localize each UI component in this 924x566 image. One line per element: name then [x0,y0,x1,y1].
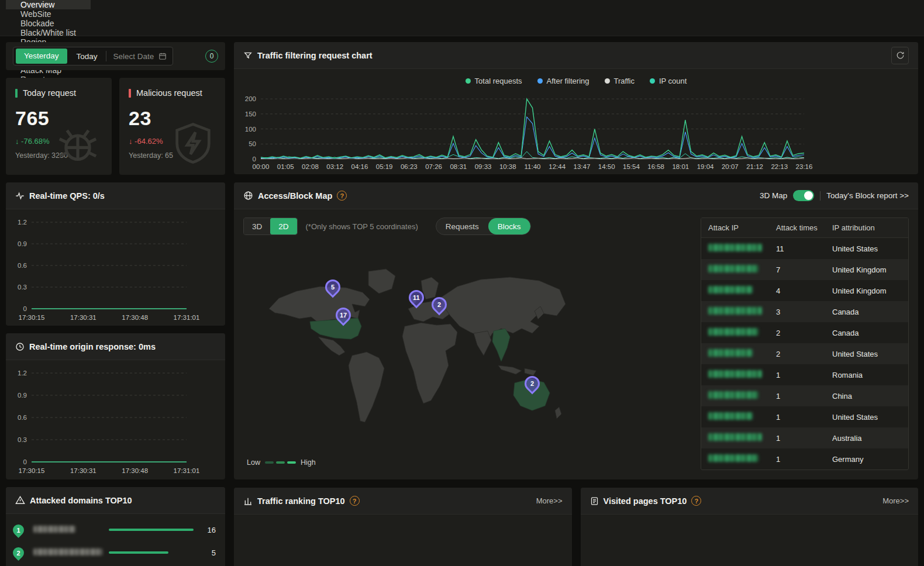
origin-response-chart: 00.30.60.91.217:30:1517:30:3117:30:4817:… [6,363,225,477]
table-row: 2 United States [701,343,908,364]
today-request-card: Today request 765 ↓ -76.68% Yesterday: 3… [6,78,112,175]
legend-dot [650,78,655,84]
attack-ip-cell [701,370,776,379]
col-attack-ip: Attack IP [701,223,776,232]
svg-text:0: 0 [23,305,27,312]
card-header: Real-time origin response: 0ms [6,333,225,360]
svg-text:0.6: 0.6 [18,414,27,421]
yesterday-button[interactable]: Yesterday [16,49,67,64]
help-icon[interactable]: ? [337,191,347,201]
right-column: Traffic filtering request chart Total re… [234,42,918,566]
blurred-ip [708,286,753,294]
stat-title-label: Malicious request [136,88,202,98]
bottom-row: Traffic ranking TOP10 ? More>> Visited p… [234,488,918,566]
ip-attribution-cell: Romania [832,371,908,379]
more-link[interactable]: More>> [536,496,563,505]
requests-button[interactable]: Requests [436,218,488,234]
activity-icon [15,191,25,201]
svg-text:07:26: 07:26 [425,163,442,170]
card-header: Traffic filtering request chart [234,42,918,69]
card-title: Real-time origin response: 0ms [29,342,156,351]
calendar-icon[interactable] [158,52,167,60]
globe-icon [243,191,253,201]
table-row: 1 United States [701,406,908,427]
table-header-row: Attack IP Attack times IP attribution [701,218,908,238]
chart-legend-item[interactable]: Traffic [605,77,635,85]
today-button[interactable]: Today [70,52,105,61]
svg-text:17:30:15: 17:30:15 [19,314,45,321]
legend-dot [605,78,610,84]
table-row: 11 United States [701,238,908,259]
ip-attribution-cell: United States [832,413,908,422]
nav-tab-label: WebSite [20,9,51,19]
3d-map-toggle[interactable] [793,190,814,201]
table-body[interactable]: 11 United States 7 United Kingdom 4 Unit… [701,238,908,470]
domain-name-blurred [24,548,109,557]
blocks-button[interactable]: Blocks [488,218,530,234]
map-pin[interactable]: 17 [336,308,351,323]
select-date-button[interactable]: Select Date [108,52,173,61]
2d-button[interactable]: 2D [270,218,296,234]
green-accent-bar [15,89,18,98]
svg-text:100: 100 [245,126,256,133]
legend-dash [265,461,274,464]
left-column: Yesterday Today Select Date 0 Today requ… [6,42,225,566]
card-header: Traffic ranking TOP10 ? More>> [234,488,572,515]
attack-ip-cell [701,244,776,253]
attack-times-cell: 1 [776,413,832,422]
ip-attribution-cell: Canada [832,308,908,316]
domain-name-blurred [24,525,109,534]
domain-bar-fill [109,551,168,554]
map-area: 3D 2D (*Only shows TOP 5 coordinates) Re… [243,218,690,474]
nav-tab[interactable]: WebSite [6,9,91,19]
map-pin[interactable]: 5 [325,279,340,295]
map-pin[interactable]: 11 [409,290,424,305]
col-attack-times: Attack times [776,223,832,232]
pin-shape: 2 [521,373,543,395]
svg-text:17:30:48: 17:30:48 [122,467,148,474]
help-icon[interactable]: ? [350,496,360,506]
requests-blocks-switch: Requests Blocks [436,218,531,235]
nav-tab[interactable]: Blockade [6,19,91,28]
ip-attribution-cell: Australia [832,434,908,443]
svg-text:22:13: 22:13 [771,163,788,170]
svg-text:17:30:31: 17:30:31 [70,314,96,321]
funnel-icon [243,51,253,60]
pin-shape: 17 [333,305,354,326]
nav-tab[interactable]: Overview [6,0,91,9]
map-note: (*Only shows TOP 5 coordinates) [306,222,418,231]
attack-ip-cell [701,265,776,274]
refresh-button[interactable] [891,47,909,64]
svg-text:20:07: 20:07 [722,163,739,170]
ip-attribution-cell: United States [832,244,908,253]
3d-button[interactable]: 3D [244,218,270,234]
attacked-domain-row: 1 16 [13,522,216,537]
shield-lightning-icon [169,118,217,169]
map-pin[interactable]: 2 [525,376,540,391]
legend-dash [287,461,296,464]
ip-attribution-cell: China [832,392,908,401]
help-icon[interactable]: ? [691,496,701,506]
svg-text:16:58: 16:58 [647,163,664,170]
attack-times-cell: 1 [776,455,832,464]
svg-text:18:01: 18:01 [672,163,689,170]
block-report-link[interactable]: Today's Block report >> [826,191,909,200]
legend-high-label: High [301,458,316,467]
chart-legend-item[interactable]: After filtering [537,77,589,85]
attacked-domain-row: 2 5 [13,545,216,560]
chart-legend-item[interactable]: Total requests [466,77,522,85]
map-pin[interactable]: 2 [432,297,447,312]
more-link[interactable]: More>> [882,496,909,505]
divider [820,191,820,201]
blurred-ip [708,244,762,251]
bar-chart-icon [243,496,253,506]
nav-tab[interactable]: Black/White list [6,28,91,37]
chart-legend-item[interactable]: IP count [650,77,687,85]
ip-attribution-cell: United States [832,350,908,358]
attack-times-cell: 3 [776,308,832,316]
blurred-ip [708,433,762,441]
svg-text:01:05: 01:05 [277,163,294,170]
svg-text:50: 50 [249,140,256,147]
svg-text:17:31:01: 17:31:01 [174,467,200,474]
table-row: 7 United Kingdom [701,259,908,280]
